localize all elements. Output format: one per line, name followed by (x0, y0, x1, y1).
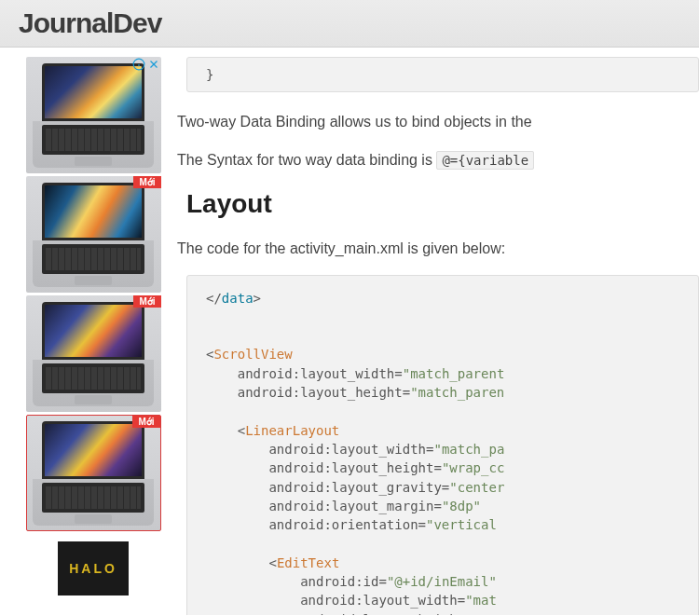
code-text: } (206, 67, 213, 82)
para-text: Two-way Data Binding allows us to bind o… (177, 114, 532, 130)
laptop-image (42, 302, 144, 360)
ad-item[interactable]: Mới (26, 295, 161, 412)
close-icon[interactable] (147, 58, 160, 71)
paragraph: The Syntax for two way data binding is @… (177, 147, 699, 172)
code-block-xml: </data> <ScrollView android:layout_width… (186, 275, 699, 615)
site-header: JournalDev (0, 0, 699, 48)
para-text: The Syntax for two way data binding is (177, 152, 436, 168)
laptop-base (33, 360, 154, 406)
inline-code: @={variable (436, 151, 534, 170)
ad-item[interactable]: Mới (26, 176, 161, 293)
page-content: Mới Mới Mới HALO } Two-way Data Binding … (0, 48, 699, 615)
site-logo[interactable]: JournalDev (19, 7, 680, 39)
ad-controls (131, 57, 161, 72)
section-heading: Layout (186, 189, 699, 219)
ad-item-selected[interactable]: Mới (26, 415, 161, 531)
laptop-image (42, 421, 144, 479)
laptop-base (33, 240, 154, 287)
laptop-image (42, 63, 144, 121)
paragraph: The code for the activity_main.xml is gi… (177, 236, 699, 261)
article-main: } Two-way Data Binding allows us to bind… (177, 48, 699, 615)
halo-logo: HALO (69, 561, 117, 576)
new-badge: Mới (133, 295, 160, 308)
code-snippet-small: } (186, 57, 699, 92)
laptop-image (42, 183, 144, 240)
paragraph: Two-way Data Binding allows us to bind o… (177, 109, 699, 134)
ad-item[interactable] (26, 57, 161, 173)
para-text: The code for the activity_main.xml is gi… (177, 240, 505, 256)
ad-sidebar: Mới Mới Mới HALO (0, 48, 177, 615)
new-badge: Mới (133, 176, 160, 188)
halo-ad[interactable]: HALO (58, 541, 129, 595)
ad-info-icon[interactable] (132, 58, 145, 71)
laptop-base (33, 121, 154, 168)
laptop-base (33, 479, 154, 526)
new-badge: Mới (132, 416, 159, 428)
